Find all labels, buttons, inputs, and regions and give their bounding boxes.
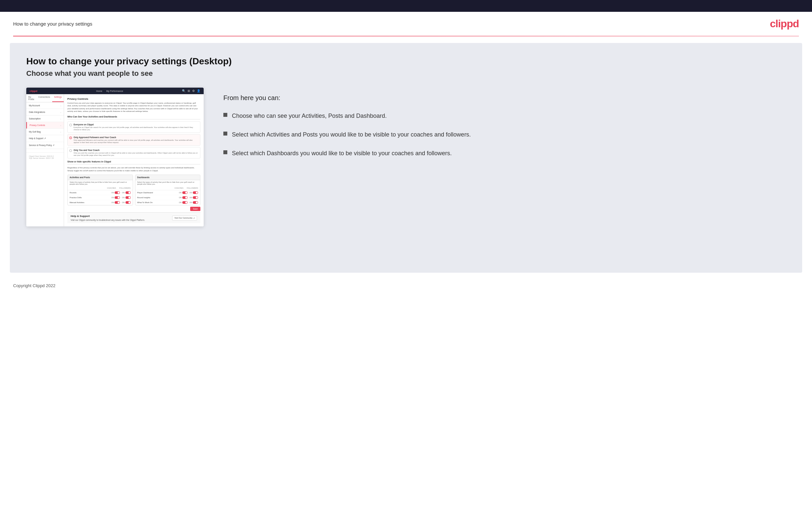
toggle-rounds: Rounds ON ON <box>68 190 133 195</box>
header: How to change your privacy settings clip… <box>0 12 812 36</box>
bullet-icon <box>223 150 227 154</box>
manual-coaches-toggle <box>115 201 120 204</box>
mockup-nav-home: Home <box>96 90 102 92</box>
radio-followers-coach: Only Approved Followers and Your Coach O… <box>67 134 200 146</box>
sidebar-item-golf-bag: My Golf Bag › <box>26 129 64 135</box>
mockup-tab-profile: My Profile <box>26 94 36 102</box>
radio-circle-you <box>69 149 72 152</box>
chevron-right-icon: › <box>60 105 61 107</box>
mockup-nav: Home My Performance <box>96 90 123 92</box>
from-here-label: From here you can: <box>223 94 782 102</box>
dashboards-panel: Dashboards Select the types of activity … <box>135 175 201 206</box>
chevron-right-icon: › <box>60 118 61 120</box>
bullet-text-3: Select which Dashboards you would like t… <box>232 149 452 158</box>
mockup-tab-connections: Connections <box>36 94 52 102</box>
mockup-help-section: Help & Support Visit our Clippd communit… <box>67 212 200 223</box>
activities-panel-header: Activities and Posts <box>68 175 133 180</box>
practice-coaches-toggle <box>115 196 120 199</box>
sidebar-item-privacy: Privacy Controls › <box>26 122 64 129</box>
list-item: Select which Activities and Posts you wo… <box>223 130 782 139</box>
dashboards-desc: Select the types of activity that you'd … <box>135 180 200 186</box>
mockup-privacy-desc: Control how you and your data appears to… <box>67 102 200 113</box>
toggle-round-insights: Round Insights ON ON <box>135 195 200 200</box>
toggle-player-dashboard: Player Dashboard ON ON <box>135 190 200 195</box>
radio-circle-followers <box>69 136 72 139</box>
mockup-show-hide-desc: Regardless of the privacy controls that … <box>67 166 200 172</box>
page-subheading: Choose what you want people to see <box>26 69 786 78</box>
bullet-text-1: Choose who can see your Activities, Post… <box>232 112 387 120</box>
mockup-nav-performance: My Performance <box>106 90 123 92</box>
toggle-practice: Practice Drills ON ON <box>68 195 133 200</box>
radio-only-you: Only You and Your Coach Only you and the… <box>67 147 200 159</box>
mockup-sidebar: My Profile Connections Settings My Accou… <box>26 94 64 226</box>
bullet-list: Choose who can see your Activities, Post… <box>223 112 782 158</box>
mockup-version: Clippd Client Version: 2022.8.2SQL Serve… <box>26 152 64 162</box>
mockup-logo: clippd <box>30 90 38 93</box>
grid-icon: ⊞ <box>188 89 190 93</box>
avatar: 👤 <box>197 89 200 93</box>
screenshot-mockup: clippd Home My Performance 🔍 ⊞ ⚙ 👤 My <box>26 88 204 226</box>
chevron-right-icon: › <box>60 124 61 126</box>
activities-desc: Select the types of activity that you'd … <box>68 180 133 186</box>
mockup-show-hide-title: Show or hide specific features in Clippd <box>67 161 200 164</box>
mockup-tab-settings: Settings <box>52 94 64 102</box>
player-followers-toggle <box>193 191 198 194</box>
work-coaches-toggle <box>182 201 188 204</box>
mockup-help-desc: Visit our Clippd community to troublesho… <box>70 219 145 221</box>
logo: clippd <box>770 18 799 30</box>
toggle-what-to-work: What To Work On ON ON <box>135 200 200 205</box>
bullet-text-2: Select which Activities and Posts you wo… <box>232 130 471 139</box>
mockup-sidebar-tabs: My Profile Connections Settings <box>26 94 64 102</box>
bell-icon: ⚙ <box>192 89 195 93</box>
mockup-save-button[interactable]: Save <box>190 207 200 211</box>
practice-followers-toggle <box>125 196 131 199</box>
top-bar <box>0 0 812 12</box>
player-coaches-toggle <box>182 191 188 194</box>
rounds-coaches-toggle <box>115 191 120 194</box>
visit-community-button[interactable]: Visit Our Community ↗ <box>172 216 197 221</box>
mockup-body: My Profile Connections Settings My Accou… <box>26 94 204 226</box>
list-item: Select which Dashboards you would like t… <box>223 149 782 158</box>
mockup-main: Privacy Controls Control how you and you… <box>64 94 204 226</box>
activities-panel: Activities and Posts Select the types of… <box>67 175 133 206</box>
mockup-radio-group: Everyone on Clippd Everyone on Clippd ca… <box>67 121 200 159</box>
footer: Copyright Clippd 2022 <box>0 279 812 292</box>
mockup-nav-icons: 🔍 ⊞ ⚙ 👤 <box>182 89 200 93</box>
content-row: clippd Home My Performance 🔍 ⊞ ⚙ 👤 My <box>26 88 786 226</box>
chevron-right-icon: › <box>60 131 61 133</box>
radio-everyone: Everyone on Clippd Everyone on Clippd ca… <box>67 121 200 133</box>
header-title: How to change your privacy settings <box>13 21 92 26</box>
sidebar-item-help: Help & Support ↗ <box>26 135 64 142</box>
bullet-icon <box>223 131 227 135</box>
mockup-help-title: Help & Support <box>70 215 145 218</box>
mockup-toggles-row: Activities and Posts Select the types of… <box>67 175 200 206</box>
mockup-privacy-title: Privacy Controls <box>67 98 200 100</box>
manual-followers-toggle <box>125 201 131 204</box>
chevron-right-icon: › <box>60 111 61 113</box>
copyright: Copyright Clippd 2022 <box>13 283 55 288</box>
sidebar-item-account: My Account › <box>26 102 64 109</box>
toggle-manual: Manual Activities ON ON <box>68 200 133 205</box>
header-divider <box>13 36 799 37</box>
external-link-icon: ↗ <box>193 217 195 219</box>
radio-circle-everyone <box>69 124 72 126</box>
rounds-followers-toggle <box>125 191 131 194</box>
sidebar-item-data-integrations: Data Integrations › <box>26 109 64 115</box>
mockup-topbar: clippd Home My Performance 🔍 ⊞ ⚙ 👤 <box>26 88 204 94</box>
mockup-who-section: Who Can See Your Activities and Dashboar… <box>67 115 200 119</box>
work-followers-toggle <box>193 201 198 204</box>
dashboards-cols: COACHES FOLLOWERS <box>135 186 200 190</box>
main-content: How to change your privacy settings (Des… <box>10 43 802 273</box>
sidebar-item-privacy-policy: Service & Privacy Policy ↗ <box>26 142 64 149</box>
bullet-icon <box>223 113 227 117</box>
page-heading: How to change your privacy settings (Des… <box>26 56 786 67</box>
search-icon: 🔍 <box>182 89 186 93</box>
insights-coaches-toggle <box>182 196 188 199</box>
dashboards-panel-header: Dashboards <box>135 175 200 180</box>
list-item: Choose who can see your Activities, Post… <box>223 112 782 120</box>
right-panel: From here you can: Choose who can see yo… <box>217 88 786 168</box>
activities-cols: COACHES FOLLOWERS <box>68 186 133 190</box>
sidebar-item-subscription: Subscription › <box>26 115 64 122</box>
insights-followers-toggle <box>193 196 198 199</box>
save-row: Save <box>67 206 200 212</box>
